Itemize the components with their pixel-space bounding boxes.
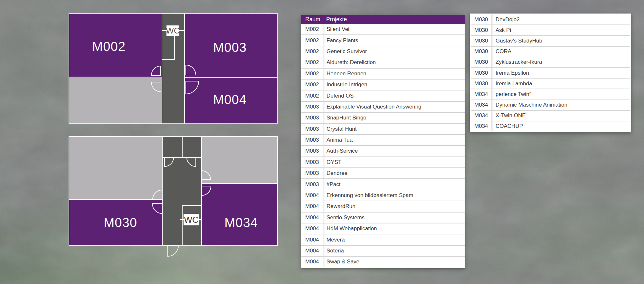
table-row: M030Iremia Lambda — [471, 79, 630, 89]
table-row: M002Industrie Intrigen — [301, 80, 465, 90]
room-cell: M002 — [301, 80, 323, 90]
room-cell: M003 — [301, 168, 323, 178]
room-cell: M030 — [471, 68, 491, 78]
table-row: M030DevDojo2 — [471, 14, 630, 25]
door-arc-exit — [168, 246, 178, 256]
table-row: M003Anima Tua — [301, 135, 465, 146]
header-raum: Raum — [301, 16, 323, 23]
table-row: M004Swap & Save — [301, 257, 465, 267]
room-cell: M004 — [301, 201, 323, 212]
table-row: M003Dendree — [301, 168, 465, 179]
table-row: M034COACHUP — [471, 121, 630, 131]
table-row: M002Hennen Rennen — [301, 69, 465, 80]
table-row: M034Dynamic Maschine Animation — [471, 100, 630, 111]
room-unlabeled-gray-right — [202, 136, 278, 184]
room-label-m002: M002 — [92, 39, 126, 53]
project-cell: Fancy Plants — [323, 35, 465, 45]
room-cell: M003 — [301, 113, 323, 123]
room-cell: M003 — [301, 135, 323, 145]
table-row: M003Auth-Service — [301, 146, 465, 157]
table-row: M004Erkennung von bildbasiertem Spam — [301, 190, 465, 201]
project-cell: Hennen Rennen — [323, 69, 465, 79]
project-cell: Anima Tua — [323, 135, 465, 145]
project-cell: Explainable Visual Question Answering — [323, 102, 465, 112]
project-cell: COACHUP — [491, 121, 630, 131]
room-unlabeled-gray — [69, 77, 162, 124]
room-cell: M003 — [301, 157, 323, 167]
wc-label: WC — [184, 215, 199, 225]
table-row: M004HdM Webapplication — [301, 223, 465, 234]
table-row: M030Ask Pi — [471, 25, 630, 36]
table-row: M002Fancy Plants — [301, 35, 465, 46]
room-unlabeled-gray-left — [69, 136, 162, 200]
room-label-m030: M030 — [104, 215, 137, 230]
room-cell: M030 — [471, 14, 491, 24]
table-row: M003#Pact — [301, 179, 465, 190]
table-row: M034perience Twin² — [471, 89, 630, 100]
project-table-main: Raum Projekte M002Silent Veil M002Fancy … — [301, 15, 465, 268]
table-header: Raum Projekte — [301, 15, 465, 24]
project-cell: Ask Pi — [491, 25, 630, 35]
table-row: M030Gustav's StudyHub — [471, 36, 630, 46]
room-cell: M030 — [471, 25, 491, 35]
room-cell: M002 — [301, 46, 323, 57]
room-cell: M004 — [301, 234, 323, 245]
project-cell: Mevera — [323, 234, 465, 245]
table-row: M004Sentio Systems — [301, 213, 465, 223]
table-row: M003Explainable Visual Question Answerin… — [301, 102, 465, 113]
room-cell: M003 — [301, 146, 323, 156]
project-cell: Industrie Intrigen — [323, 80, 465, 90]
floorplan-basement: WC M030 M034 — [69, 136, 278, 260]
table-row: M003Crystal Hunt — [301, 124, 465, 135]
room-label-m034: M034 — [224, 215, 258, 230]
wc-label: WC — [166, 26, 180, 35]
table-row: M030CORA — [471, 47, 630, 57]
room-label-m004: M004 — [213, 92, 247, 107]
room-cell: M004 — [301, 257, 323, 267]
room-cell: M004 — [301, 190, 323, 201]
project-cell: Aldureth: Dereliction — [323, 57, 465, 68]
table-row: M002Silent Veil — [301, 24, 465, 35]
room-cell: M003 — [301, 124, 323, 134]
table-row: M004Mevera — [301, 234, 465, 245]
project-cell: SnapHunt Bingo — [323, 113, 465, 123]
room-cell: M002 — [301, 35, 323, 45]
floorplan-ground-floor: WC M002 M003 M004 — [69, 13, 278, 124]
table-row: M002Genetic Survivor — [301, 46, 465, 57]
table-row: M003SnapHunt Bingo — [301, 113, 465, 124]
room-label-m003: M003 — [213, 40, 247, 54]
room-cell: M003 — [301, 179, 323, 189]
table-row: M004RewardRun — [301, 201, 465, 212]
project-cell: Dendree — [323, 168, 465, 178]
room-cell: M030 — [471, 79, 491, 89]
project-cell: #Pact — [323, 179, 465, 189]
room-cell: M004 — [301, 246, 323, 256]
table-row: M002Aldureth: Dereliction — [301, 57, 465, 68]
room-cell: M034 — [471, 111, 491, 121]
room-cell: M034 — [471, 89, 491, 99]
project-cell: Gustav's StudyHub — [491, 36, 630, 46]
project-cell: HdM Webapplication — [323, 223, 465, 234]
project-cell: Silent Veil — [323, 24, 465, 34]
room-cell: M034 — [471, 100, 491, 110]
table-row: M030Irema Epsilon — [471, 68, 630, 79]
project-cell: Sentio Systems — [323, 213, 465, 223]
table-row: M002Defend OS — [301, 90, 465, 101]
room-cell: M034 — [471, 121, 491, 131]
room-cell: M002 — [301, 90, 323, 101]
table-row: M030Zyklustracker-Ikura — [471, 57, 630, 68]
room-cell: M030 — [471, 57, 491, 67]
project-cell: Iremia Lambda — [491, 79, 630, 89]
project-cell: DevDojo2 — [491, 14, 630, 24]
project-cell: Genetic Survivor — [323, 46, 465, 57]
room-cell: M030 — [471, 47, 491, 57]
project-cell: Dynamic Maschine Animation — [491, 100, 630, 110]
project-cell: perience Twin² — [491, 89, 630, 99]
project-cell: Zyklustracker-Ikura — [491, 57, 630, 67]
project-cell: RewardRun — [323, 201, 465, 212]
project-cell: Crystal Hunt — [323, 124, 465, 134]
project-cell: Soteria — [323, 246, 465, 256]
room-cell: M030 — [471, 36, 491, 46]
room-cell: M003 — [301, 102, 323, 112]
project-cell: Swap & Save — [323, 257, 465, 267]
